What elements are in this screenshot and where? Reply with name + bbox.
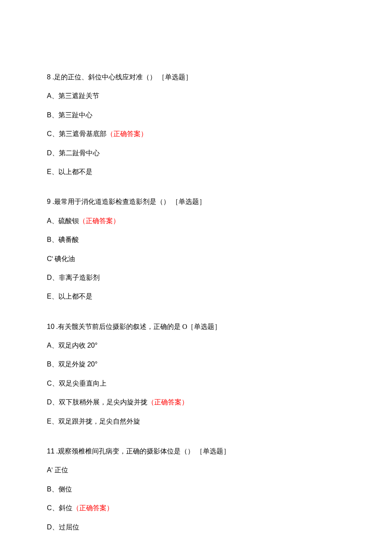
question-number: 9 xyxy=(47,198,51,205)
answer-option: E、双足跟并拢，足尖自然外旋 xyxy=(47,417,345,426)
option-text: 、双足内收 xyxy=(52,342,87,349)
option-letter: A xyxy=(47,217,52,224)
answer-option: D、第二趾骨中心 xyxy=(47,148,345,158)
option-letter: C xyxy=(47,130,52,137)
question-stem-text: .最常用于消化道造影检查造影剂是（） ［单选题］ xyxy=(51,198,206,205)
question-number: 8 xyxy=(47,73,51,81)
answer-option: B、双足外旋 20° xyxy=(47,360,345,369)
option-suffix: 20° xyxy=(87,342,98,349)
option-text: 、过屈位 xyxy=(52,523,79,531)
question-number: 11 xyxy=(47,447,55,455)
option-letter: C xyxy=(47,255,52,262)
option-letter: A xyxy=(47,92,52,99)
question-stem-text: .足的正位、斜位中心线应对准（） ［单选题］ xyxy=(51,73,192,81)
option-suffix: 20° xyxy=(87,360,98,368)
option-letter: D xyxy=(47,398,52,406)
option-text: 、双足尖垂直向上 xyxy=(52,380,107,387)
option-text: 、以上都不是 xyxy=(52,168,92,175)
question-block: 9 .最常用于消化道造影检查造影剂是（） ［单选题］A、硫酸钡（正确答案）B、碘… xyxy=(47,197,345,301)
option-letter: B xyxy=(47,360,52,368)
answer-option: D、双下肢稍外展，足尖内旋并拢（正确答案） xyxy=(47,398,345,407)
answer-option: B、侧位 xyxy=(47,485,345,494)
correct-answer-marker: （正确答案） xyxy=(72,504,113,511)
answer-option: B、碘番酸 xyxy=(47,235,345,244)
option-letter: D xyxy=(47,149,52,157)
question-block: 11 .观察颈椎椎间孔病变，正确的摄影体位是（） ［单选题］A' 正位B、侧位C… xyxy=(47,447,345,532)
question-stem: 8 .足的正位、斜位中心线应对准（） ［单选题］ xyxy=(47,73,345,82)
option-letter: D xyxy=(47,274,52,281)
option-letter: C xyxy=(47,380,52,387)
option-text: 、双足跟并拢，足尖自然外旋 xyxy=(52,418,140,425)
option-text: 、斜位 xyxy=(52,504,72,511)
option-text: 、双下肢稍外展，足尖内旋并拢 xyxy=(52,398,147,406)
option-text: 、硫酸钡 xyxy=(52,217,79,224)
answer-option: C、斜位（正确答案） xyxy=(47,503,345,513)
option-text: 、双足外旋 xyxy=(52,360,87,368)
option-letter: E xyxy=(47,168,52,175)
answer-option: C' 碘化油 xyxy=(47,254,345,264)
option-letter: E xyxy=(47,418,52,425)
question-block: 10 .有关髋关节前后位摄影的叙述，正确的是 O［单选题］A、双足内收 20°B… xyxy=(47,322,345,426)
option-text: 、第二趾骨中心 xyxy=(52,149,100,157)
option-text: ' 碘化油 xyxy=(52,255,75,262)
answer-option: A、双足内收 20° xyxy=(47,341,345,350)
option-text: 、第三遮骨基底部 xyxy=(52,130,107,137)
option-text: 、第三遮趾关节 xyxy=(52,92,99,99)
option-text: 、以上都不是 xyxy=(52,293,92,300)
correct-answer-marker: （正确答案） xyxy=(147,398,188,406)
answer-option: A、第三遮趾关节 xyxy=(47,91,345,101)
answer-option: D、非离子造影剂 xyxy=(47,273,345,282)
correct-answer-marker: （正确答案） xyxy=(107,130,147,137)
option-letter: B xyxy=(47,485,52,493)
option-letter: E xyxy=(47,293,52,300)
question-stem: 11 .观察颈椎椎间孔病变，正确的摄影体位是（） ［单选题］ xyxy=(47,447,345,456)
option-letter: A xyxy=(47,342,52,349)
option-text: ' 正位 xyxy=(52,466,68,474)
answer-option: C、第三遮骨基底部（正确答案） xyxy=(47,129,345,139)
option-letter: B xyxy=(47,236,52,243)
answer-option: D、过屈位 xyxy=(47,523,345,532)
option-text: 、侧位 xyxy=(52,485,72,493)
answer-option: E、以上都不是 xyxy=(47,167,345,177)
option-letter: B xyxy=(47,111,52,119)
answer-option: A' 正位 xyxy=(47,465,345,475)
option-letter: C xyxy=(47,504,52,511)
answer-option: E、以上都不是 xyxy=(47,292,345,301)
answer-option: C、双足尖垂直向上 xyxy=(47,379,345,388)
document-content: 8 .足的正位、斜位中心线应对准（） ［单选题］A、第三遮趾关节B、第三趾中心C… xyxy=(47,73,345,532)
answer-option: A、硫酸钡（正确答案） xyxy=(47,216,345,226)
option-letter: A xyxy=(47,466,52,474)
question-number: 10 xyxy=(47,323,55,330)
question-block: 8 .足的正位、斜位中心线应对准（） ［单选题］A、第三遮趾关节B、第三趾中心C… xyxy=(47,73,345,177)
correct-answer-marker: （正确答案） xyxy=(79,217,120,224)
option-text: 、第三趾中心 xyxy=(52,111,92,119)
option-letter: D xyxy=(47,523,52,531)
option-text: 、碘番酸 xyxy=(52,236,79,243)
question-stem: 10 .有关髋关节前后位摄影的叙述，正确的是 O［单选题］ xyxy=(47,322,345,331)
option-text: 、非离子造影剂 xyxy=(52,274,100,281)
question-stem-text: .观察颈椎椎间孔病变，正确的摄影体位是（） ［单选题］ xyxy=(55,447,230,455)
question-stem: 9 .最常用于消化道造影检查造影剂是（） ［单选题］ xyxy=(47,197,345,206)
question-stem-text: .有关髋关节前后位摄影的叙述，正确的是 O［单选题］ xyxy=(55,323,222,330)
answer-option: B、第三趾中心 xyxy=(47,110,345,120)
